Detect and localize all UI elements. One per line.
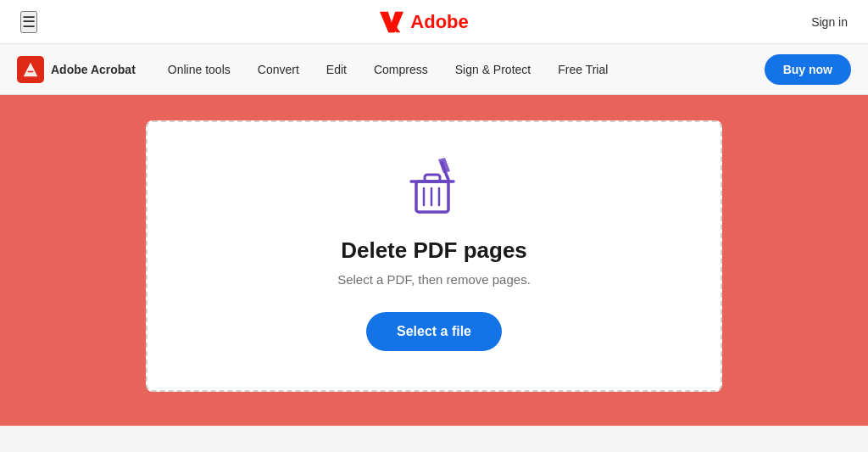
sign-in-button[interactable]: Sign in [811,15,848,29]
acrobat-brand-icon [17,56,44,83]
nav-link-free-trial[interactable]: Free Trial [546,58,620,81]
nav-brand: Adobe Acrobat [17,56,136,83]
svg-rect-8 [425,175,440,181]
card-title: Delete PDF pages [341,237,527,264]
svg-rect-0 [28,70,34,72]
nav-link-edit[interactable]: Edit [314,58,359,81]
upload-card: Delete PDF pages Select a PDF, then remo… [146,120,722,392]
delete-icon-container [404,156,464,220]
adobe-logo-icon [380,10,403,34]
hamburger-button[interactable]: ☰ [20,11,37,33]
acrobat-logo-svg [22,61,39,78]
nav-link-sign-protect[interactable]: Sign & Protect [443,58,543,81]
nav-links: Online tools Convert Edit Compress Sign … [156,58,765,81]
nav-link-convert[interactable]: Convert [246,58,311,81]
card-subtitle: Select a PDF, then remove pages. [337,272,531,287]
adobe-logo-area: Adobe [380,10,468,34]
delete-pdf-icon [404,156,464,220]
nav-link-compress[interactable]: Compress [362,58,440,81]
select-file-button[interactable]: Select a file [366,312,502,351]
buy-now-button[interactable]: Buy now [765,54,851,85]
adobe-logo-text: Adobe [410,11,468,33]
nav-bar: Adobe Acrobat Online tools Convert Edit … [0,44,868,95]
nav-brand-label: Adobe Acrobat [51,63,136,76]
hero-section: Delete PDF pages Select a PDF, then remo… [0,95,868,426]
nav-link-online-tools[interactable]: Online tools [156,58,242,81]
top-bar: ☰ Adobe Sign in [0,0,868,44]
svg-marker-2 [438,158,450,173]
